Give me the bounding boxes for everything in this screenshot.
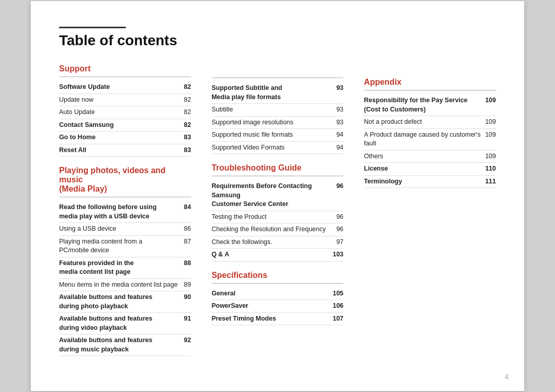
row-label: Supported music file formats <box>212 130 337 140</box>
content-grid: Support Software Update 82 Update now 82… <box>59 64 496 365</box>
support-divider <box>59 77 191 77</box>
row-page: 93 <box>336 84 343 91</box>
row-label: Subtitle <box>212 105 337 115</box>
row-label: Reset All <box>59 146 184 155</box>
specifications-divider <box>212 283 344 284</box>
row-label: Available buttons and featuresduring pho… <box>59 293 184 311</box>
row-label: A Product damage caused by customer's fa… <box>364 130 485 148</box>
row-page: 82 <box>184 83 191 90</box>
row-page: 109 <box>485 118 496 125</box>
row-page: 82 <box>184 96 191 103</box>
table-row: Software Update 82 <box>59 81 191 94</box>
row-label: Testing the Product <box>212 213 337 222</box>
row-page: 87 <box>184 238 191 245</box>
table-row: Available buttons and featuresduring pho… <box>59 291 191 313</box>
row-label: Playing media content from aPC/mobile de… <box>59 237 184 255</box>
table-row: A Product damage caused by customer's fa… <box>364 129 496 151</box>
table-row: Requirements Before Contacting SamsungCu… <box>212 180 344 211</box>
row-label: Read the following before usingmedia pla… <box>59 203 184 221</box>
table-row: Using a USB device 86 <box>59 223 191 236</box>
troubleshooting-divider <box>212 176 344 176</box>
subtitle-section: Supported Subtitle andMedia play file fo… <box>212 78 344 154</box>
row-label: Others <box>364 152 485 161</box>
row-page: 89 <box>184 281 191 288</box>
row-page: 94 <box>336 131 343 138</box>
row-label: Menu items in the media content list pag… <box>59 281 184 290</box>
table-row: License 110 <box>364 163 496 176</box>
appendix-rows: Responsibility for the Pay Service(Cost … <box>364 95 496 188</box>
row-page: 94 <box>336 144 343 151</box>
table-row: Contact Samsung 82 <box>59 119 191 132</box>
column-2: Supported Subtitle andMedia play file fo… <box>212 64 344 365</box>
table-row: Go to Home 83 <box>59 132 191 144</box>
table-row: Available buttons and featuresduring mus… <box>59 334 191 356</box>
row-page: 103 <box>332 251 343 258</box>
row-page: 110 <box>485 165 496 172</box>
row-label: Terminology <box>364 177 485 186</box>
row-page: 111 <box>485 178 496 185</box>
media-play-section-title: Playing photos, videos and music(Media P… <box>59 166 191 194</box>
appendix-section: Appendix Responsibility for the Pay Serv… <box>364 78 496 188</box>
specifications-title: Specifications <box>212 271 344 280</box>
row-page: 82 <box>184 108 191 116</box>
row-page: 83 <box>184 146 191 154</box>
row-page: 93 <box>336 106 343 113</box>
row-label: Features provided in themedia content li… <box>59 259 184 277</box>
row-label: Supported Subtitle andMedia play file fo… <box>212 84 337 102</box>
specifications-rows: General 105 PowerSaver 106 Preset Timing… <box>212 288 344 326</box>
page: Table of contents Support Software Updat… <box>31 1 524 391</box>
appendix-title: Appendix <box>364 78 496 87</box>
row-label: Checking the Resolution and Frequency <box>212 225 337 234</box>
table-row: Terminology 111 <box>364 176 496 189</box>
table-row: Subtitle 93 <box>212 104 344 117</box>
row-page: 84 <box>184 203 191 211</box>
row-page: 82 <box>184 121 191 128</box>
row-page: 90 <box>184 293 191 301</box>
row-label: Check the followings. <box>212 238 337 247</box>
row-label: General <box>212 289 333 298</box>
support-section: Support Software Update 82 Update now 82… <box>59 64 191 157</box>
table-row: Read the following before usingmedia pla… <box>59 201 191 223</box>
media-play-rows: Read the following before usingmedia pla… <box>59 201 191 356</box>
row-page: 106 <box>332 302 343 309</box>
media-play-section: Playing photos, videos and music(Media P… <box>59 166 191 356</box>
row-page: 109 <box>485 97 496 104</box>
table-row: Playing media content from aPC/mobile de… <box>59 236 191 257</box>
table-row: Features provided in themedia content li… <box>59 257 191 279</box>
row-label: Responsibility for the Pay Service(Cost … <box>364 96 485 114</box>
row-page: 91 <box>184 315 191 322</box>
row-label: Software Update <box>59 83 184 92</box>
row-label: PowerSaver <box>212 302 333 311</box>
page-title: Table of contents <box>59 32 496 49</box>
table-row: Supported Video Formats 94 <box>212 142 344 155</box>
row-page: 88 <box>184 259 191 267</box>
table-row: Reset All 83 <box>59 144 191 157</box>
table-row: Supported Subtitle andMedia play file fo… <box>212 82 344 104</box>
row-page: 105 <box>332 290 343 297</box>
table-row: Available buttons and featuresduring vid… <box>59 313 191 334</box>
table-row: Check the followings. 97 <box>212 236 344 249</box>
column-1: Support Software Update 82 Update now 82… <box>59 64 191 365</box>
row-page: 92 <box>184 337 191 344</box>
row-page: 93 <box>336 119 343 126</box>
row-page: 96 <box>336 226 343 233</box>
table-row: Q & A 103 <box>212 249 344 262</box>
row-page: 109 <box>485 131 496 138</box>
table-row: Checking the Resolution and Frequency 96 <box>212 223 344 236</box>
row-page: 107 <box>332 315 343 322</box>
table-row: General 105 <box>212 288 344 301</box>
table-row: Not a product defect 109 <box>364 116 496 129</box>
media-play-divider <box>59 197 191 197</box>
table-row: PowerSaver 106 <box>212 300 344 313</box>
row-label: Requirements Before Contacting SamsungCu… <box>212 182 337 209</box>
row-page: 96 <box>336 213 343 220</box>
row-label: Using a USB device <box>59 225 184 234</box>
row-page: 97 <box>336 238 343 246</box>
table-row: Responsibility for the Pay Service(Cost … <box>364 95 496 116</box>
support-rows: Software Update 82 Update now 82 Auto Up… <box>59 81 191 157</box>
row-label: Preset Timing Modes <box>212 314 333 324</box>
row-label: Supported Video Formats <box>212 143 337 153</box>
column-3: Appendix Responsibility for the Pay Serv… <box>364 64 496 365</box>
table-row: Supported image resolutions 93 <box>212 117 344 129</box>
row-label: Go to Home <box>59 133 184 142</box>
